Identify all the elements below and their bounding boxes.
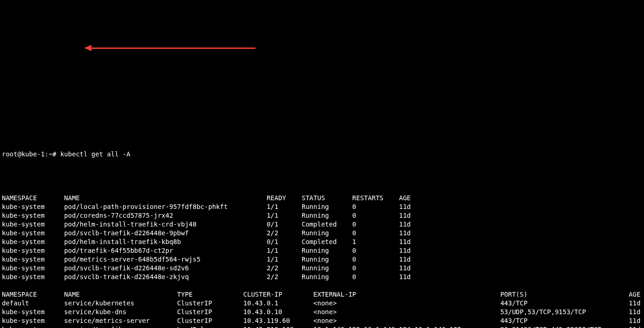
pods-row: kube-system pod/svclb-traefik-d226448e-z… [2,273,638,281]
pods-row: kube-system pod/coredns-77ccd57875-jrx42… [2,211,638,220]
output-blocks: NAMESPACE NAME READY STATUS RESTARTS AGE… [2,194,638,328]
command: kubectl get all -A [60,150,130,158]
terminal[interactable]: root@kube-1:~# kubectl get all -A NAMESP… [0,44,640,328]
prompt-line-1: root@kube-1:~# kubectl get all -A [2,150,638,159]
pods-row: kube-system pod/svclb-traefik-d226448e-s… [2,264,638,273]
pods-row: kube-system pod/metrics-server-648b5df56… [2,255,638,264]
services-row: kube-system service/kube-dns ClusterIP 1… [2,308,638,316]
services-row: kube-system service/traefik LoadBalancer… [2,325,638,328]
annotation-arrow [2,80,638,115]
services-header: NAMESPACE NAME TYPE CLUSTER-IP EXTERNAL-… [2,290,638,299]
pods-row: kube-system pod/svclb-traefik-d226448e-9… [2,229,638,238]
services-row: kube-system service/metrics-server Clust… [2,316,638,325]
services-row: default service/kubernetes ClusterIP 10.… [2,299,638,308]
pods-header: NAMESPACE NAME READY STATUS RESTARTS AGE [2,194,638,203]
pods-row: kube-system pod/helm-install-traefik-kbq… [2,238,638,246]
blank-line [2,281,638,290]
prompt: root@kube-1:~# [2,150,60,158]
pods-row: kube-system pod/local-path-provisioner-9… [2,203,638,211]
pods-row: kube-system pod/traefik-64f55bb67d-ct2pr… [2,246,638,255]
pods-row: kube-system pod/helm-install-traefik-crd… [2,220,638,229]
